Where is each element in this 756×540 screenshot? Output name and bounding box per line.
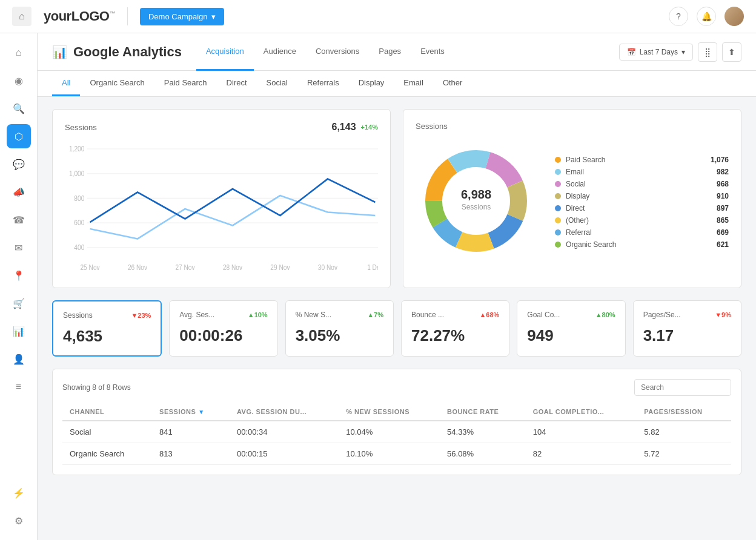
tab-conversions[interactable]: Conversions <box>306 33 369 71</box>
sub-tab-all[interactable]: All <box>52 71 80 96</box>
cell-pages-0: 5.82 <box>637 421 731 443</box>
sub-tab-other[interactable]: Other <box>433 71 472 96</box>
tab-audience[interactable]: Audience <box>254 33 306 71</box>
metric-goal-header: Goal Co... ▲80% <box>527 311 615 319</box>
metric-card-goal[interactable]: Goal Co... ▲80% 949 <box>517 300 625 357</box>
home-icon[interactable]: ⌂ <box>12 7 31 26</box>
sub-tab-paid-search[interactable]: Paid Search <box>154 71 217 96</box>
donut-chart-header: Sessions <box>416 122 729 131</box>
avatar[interactable] <box>724 7 744 26</box>
logo-bold: LOGO <box>71 8 110 24</box>
line-chart-header: Sessions 6,143 +14% <box>65 122 378 133</box>
cell-new-sessions-1: 10.10% <box>339 443 440 465</box>
metric-card-avg-session[interactable]: Avg. Ses... ▲10% 00:00:26 <box>169 300 277 357</box>
sidebar-item-shop[interactable]: 🛒 <box>7 291 31 315</box>
table-section: Showing 8 of 8 Rows CHANNEL SESSIONS▼ AV… <box>52 369 741 475</box>
sidebar-item-search[interactable]: 🔍 <box>7 96 31 120</box>
legend-item-social: Social 968 <box>555 178 729 190</box>
svg-text:600: 600 <box>74 219 84 227</box>
campaign-button[interactable]: Demo Campaign ▾ <box>140 8 224 25</box>
tab-events[interactable]: Events <box>411 33 454 71</box>
svg-text:Sessions: Sessions <box>462 203 491 211</box>
sidebar-item-campaigns[interactable]: 📣 <box>7 180 31 204</box>
logo-divider <box>127 7 128 25</box>
donut-chart-card: Sessions <box>403 109 741 288</box>
sidebar-item-integrations[interactable]: ⚡ <box>7 481 31 505</box>
share-button[interactable]: ⬆ <box>722 42 741 62</box>
notifications-button[interactable]: 🔔 <box>697 7 716 26</box>
line-chart-value: 6,143 <box>332 122 356 133</box>
sub-tab-referrals[interactable]: Referrals <box>297 71 349 96</box>
cell-bounce-rate-1: 56.08% <box>440 443 526 465</box>
sub-tab-organic-search[interactable]: Organic Search <box>80 71 154 96</box>
donut-chart-title: Sessions <box>416 122 448 131</box>
tab-acquisition[interactable]: Acquisition <box>196 33 254 71</box>
metric-card-bounce[interactable]: Bounce ... ▲68% 72.27% <box>401 300 509 357</box>
svg-text:30 Nov: 30 Nov <box>318 263 338 271</box>
page-header-right: 📅 Last 7 Days ▾ ⣿ ⬆ <box>619 42 741 62</box>
col-channel: CHANNEL <box>62 403 152 421</box>
cell-sessions-1: 813 <box>152 443 230 465</box>
line-chart-svg: 1,200 1,000 800 600 400 25 Nov 26 Nov 27… <box>65 142 378 275</box>
main-content: 📊 Google Analytics Acquisition Audience … <box>38 33 756 540</box>
cell-new-sessions-0: 10.04% <box>339 421 440 443</box>
sub-tab-social[interactable]: Social <box>257 71 297 96</box>
top-navbar: ⌂ yourLOGO™ Demo Campaign ▾ ? 🔔 <box>0 0 756 33</box>
analytics-icon: ◉ <box>15 75 23 87</box>
sub-tab-email[interactable]: Email <box>394 71 433 96</box>
line-chart-badge: +14% <box>361 123 378 131</box>
sidebar-item-users[interactable]: 👤 <box>7 347 31 371</box>
page-header-left: 📊 Google Analytics Acquisition Audience … <box>52 33 454 71</box>
sidebar-item-home[interactable]: ⌂ <box>7 41 31 65</box>
metric-bounce-value: 72.27% <box>411 326 499 345</box>
table-header-row: CHANNEL SESSIONS▼ AVG. SESSION DU... % N… <box>62 403 731 421</box>
logo: yourLOGO™ <box>44 8 115 24</box>
sidebar-item-location[interactable]: 📍 <box>7 263 31 288</box>
sidebar-item-dashboard[interactable]: ⬡ <box>7 124 31 148</box>
svg-text:25 Nov: 25 Nov <box>80 263 100 271</box>
metric-card-sessions[interactable]: Sessions ▼23% 4,635 <box>52 300 162 357</box>
sidebar-item-phone[interactable]: ☎ <box>7 208 31 232</box>
sub-tab-display[interactable]: Display <box>349 71 394 96</box>
sidebar-item-messages[interactable]: 💬 <box>7 152 31 176</box>
users-icon: 👤 <box>13 354 25 365</box>
table-row: Social 841 00:00:34 10.04% 54.33% 104 5.… <box>62 421 731 443</box>
data-table: CHANNEL SESSIONS▼ AVG. SESSION DU... % N… <box>62 403 731 465</box>
chart-view-button[interactable]: ⣿ <box>698 42 717 62</box>
sidebar-item-analytics[interactable]: ◉ <box>7 68 31 93</box>
metric-card-pages[interactable]: Pages/Se... ▼9% 3.17 <box>633 300 741 357</box>
svg-text:1 Dec: 1 Dec <box>367 263 378 271</box>
table-info: Showing 8 of 8 Rows <box>62 383 131 392</box>
metric-avg-badge: ▲10% <box>248 311 268 318</box>
sort-sessions-icon: ▼ <box>198 409 204 415</box>
col-sessions[interactable]: SESSIONS▼ <box>152 403 230 421</box>
email-icon: ✉ <box>15 242 22 254</box>
sidebar-item-email[interactable]: ✉ <box>7 235 31 260</box>
sub-tab-direct[interactable]: Direct <box>217 71 257 96</box>
legend-item-other: (Other) 865 <box>555 214 729 226</box>
legend-item-paid-search: Paid Search 1,076 <box>555 154 729 166</box>
metric-bounce-header: Bounce ... ▲68% <box>411 311 499 319</box>
col-new-sessions: % NEW SESSIONS <box>339 403 440 421</box>
sidebar-item-settings[interactable]: ⚙ <box>7 509 31 533</box>
cell-sessions-0: 841 <box>152 421 230 443</box>
col-avg-duration: AVG. SESSION DU... <box>230 403 339 421</box>
table-search-input[interactable] <box>634 379 731 396</box>
date-range-button[interactable]: 📅 Last 7 Days ▾ <box>619 44 693 61</box>
sidebar-item-reports[interactable]: 📊 <box>7 319 31 343</box>
metric-pages-badge: ▼9% <box>715 311 731 318</box>
campaign-label: Demo Campaign <box>148 12 208 21</box>
content-area: Sessions 6,143 +14% 1, <box>38 97 756 487</box>
metric-card-new-sessions[interactable]: % New S... ▲7% 3.05% <box>285 300 394 357</box>
help-button[interactable]: ? <box>669 7 688 26</box>
table-header: Showing 8 of 8 Rows <box>62 379 731 396</box>
bell-icon: 🔔 <box>701 12 712 21</box>
col-bounce-rate: BOUNCE RATE <box>440 403 526 421</box>
chevron-down-icon: ▾ <box>211 12 216 21</box>
metric-avg-value: 00:00:26 <box>179 326 267 345</box>
sidebar-item-list[interactable]: ≡ <box>7 375 31 399</box>
line-chart-card: Sessions 6,143 +14% 1, <box>52 109 391 288</box>
metric-sessions-title: Sessions <box>63 311 93 320</box>
donut-legend: Paid Search 1,076 Email 982 Social 968 <box>555 154 729 251</box>
tab-pages[interactable]: Pages <box>369 33 411 71</box>
